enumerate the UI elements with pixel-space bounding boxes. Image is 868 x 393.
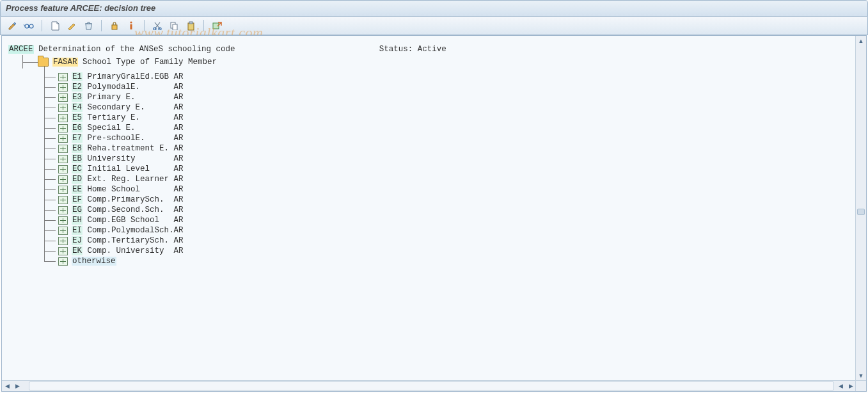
expand-icon[interactable]	[58, 227, 68, 235]
tree-item[interactable]: E5 Tertiary E. AR	[42, 113, 849, 123]
tree-folder[interactable]: FASAR School Type of Family Member	[52, 58, 217, 67]
tree-item-text: E5 Tertiary E. AR	[72, 113, 184, 122]
tree-item[interactable]: EI Comp.PolymodalSch.AR	[42, 225, 849, 236]
tree-item-text: EI Comp.PolymodalSch.AR	[72, 226, 184, 235]
status-value: Active	[418, 45, 446, 54]
svg-rect-9	[188, 23, 194, 30]
folder-description: School Type of Family Member	[83, 58, 217, 67]
tree-item[interactable]: E2 PolymodalE. AR	[42, 82, 849, 92]
tree-item[interactable]: EK Comp. University AR	[42, 246, 849, 256]
folder-icon[interactable]	[38, 58, 49, 67]
expand-icon[interactable]	[58, 93, 68, 102]
tree-item-text: EB University AR	[72, 154, 184, 163]
expand-icon[interactable]	[58, 175, 68, 184]
svg-point-3	[130, 21, 132, 23]
paste-icon[interactable]	[183, 19, 198, 33]
scroll-down-icon[interactable]: ▼	[856, 371, 866, 381]
expand-icon[interactable]	[58, 114, 68, 122]
svg-rect-4	[130, 24, 132, 29]
tree-item-text: E3 Primary E. AR	[72, 93, 184, 102]
content-area: ARCEE Determination of the ANSeS schooli…	[1, 35, 867, 392]
tree-item[interactable]: EG Comp.Second.Sch. AR	[42, 205, 849, 215]
tree-item[interactable]: E8 Reha.treatment E. AR	[42, 143, 849, 154]
tree-item-text: EC Initial Level AR	[72, 164, 184, 173]
expand-icon[interactable]	[58, 104, 68, 112]
expand-icon[interactable]	[58, 186, 68, 194]
scroll-left-icon[interactable]: ◀	[2, 381, 12, 391]
expand-icon[interactable]	[58, 196, 68, 204]
export-icon[interactable]	[209, 19, 225, 33]
svg-point-0	[25, 24, 29, 28]
tree-item[interactable]: EJ Comp.TertiarySch. AR	[42, 236, 849, 246]
tree-item[interactable]: ED Ext. Reg. Learner AR	[42, 174, 849, 184]
tree-item-text: EF Comp.PrimarySch. AR	[72, 195, 184, 204]
window-title: Process feature ARCEE: decision tree	[0, 0, 868, 17]
expand-icon[interactable]	[58, 165, 68, 173]
expand-icon[interactable]	[58, 155, 68, 163]
horizontal-scrollbar[interactable]: ◀ ▶ ◀ ▶	[2, 380, 856, 391]
expand-icon[interactable]	[58, 73, 68, 81]
scroll-left2-icon[interactable]: ◀	[835, 381, 846, 391]
expand-icon[interactable]	[58, 124, 68, 132]
scroll-up-icon[interactable]: ▲	[856, 36, 866, 46]
vertical-scrollbar[interactable]: ▲ ▼	[855, 36, 866, 381]
expand-icon[interactable]	[58, 83, 68, 92]
delete-icon[interactable]	[81, 19, 96, 33]
tree-items: E1 PrimaryGralEd.EGB ARE2 PolymodalE. AR…	[42, 72, 849, 266]
tree-item[interactable]: EB University AR	[42, 154, 849, 164]
info-icon[interactable]	[123, 19, 139, 33]
tree-item-otherwise[interactable]: otherwise	[42, 256, 849, 266]
expand-icon[interactable]	[58, 145, 68, 153]
tree-item-text: E6 Special E. AR	[72, 124, 184, 132]
scroll-right-icon[interactable]: ▶	[12, 381, 22, 391]
separator-icon	[101, 20, 102, 31]
svg-point-1	[29, 24, 33, 28]
tree-item-text: E8 Reha.treatment E. AR	[72, 144, 184, 153]
tree-item-text: EE Home School AR	[72, 185, 184, 194]
tree-root[interactable]: ARCEE Determination of the ANSeS schooli…	[8, 45, 849, 54]
scroll-corner	[855, 380, 866, 391]
glasses-icon[interactable]	[21, 19, 36, 33]
expand-icon[interactable]	[58, 247, 68, 255]
separator-icon	[42, 20, 42, 31]
tree-item[interactable]: EE Home School AR	[42, 184, 849, 195]
lock-icon[interactable]	[107, 19, 122, 33]
tree-item[interactable]: EH Comp.EGB School AR	[42, 215, 849, 225]
expand-icon[interactable]	[58, 237, 68, 245]
tree-item-text: E1 PrimaryGralEd.EGB AR	[72, 72, 184, 81]
expand-icon[interactable]	[58, 216, 68, 225]
expand-icon[interactable]	[58, 206, 68, 214]
scroll-handle[interactable]	[857, 209, 865, 215]
scroll-right2-icon[interactable]: ▶	[846, 381, 856, 391]
tree-item-text: EG Comp.Second.Sch. AR	[72, 205, 184, 214]
svg-rect-2	[112, 25, 117, 29]
cut-icon[interactable]	[150, 19, 165, 33]
toolbar	[0, 17, 868, 35]
separator-icon	[144, 20, 145, 31]
tree-item-text: EJ Comp.TertiarySch. AR	[72, 236, 184, 245]
expand-icon[interactable]	[58, 134, 68, 143]
tree-item-text: EH Comp.EGB School AR	[72, 216, 184, 225]
tree-item[interactable]: EC Initial Level AR	[42, 164, 849, 174]
edit-icon[interactable]	[4, 19, 20, 33]
new-icon[interactable]	[47, 19, 63, 33]
svg-rect-8	[173, 24, 177, 30]
tree-item[interactable]: EF Comp.PrimarySch. AR	[42, 195, 849, 205]
pencil-icon[interactable]	[64, 19, 79, 33]
tree-item-text: EK Comp. University AR	[72, 246, 184, 255]
expand-icon[interactable]	[58, 257, 68, 266]
tree-item-text: E2 PolymodalE. AR	[72, 83, 184, 92]
tree-item[interactable]: E6 Special E. AR	[42, 123, 849, 133]
tree-item-text: ED Ext. Reg. Learner AR	[72, 175, 184, 184]
tree-item-text: otherwise	[72, 257, 116, 266]
tree-item[interactable]: E1 PrimaryGralEd.EGB AR	[42, 72, 849, 82]
tree-item[interactable]: E3 Primary E. AR	[42, 92, 849, 102]
tree-item[interactable]: E4 Secondary E. AR	[42, 102, 849, 113]
tree-item-text: E7 Pre-schoolE. AR	[72, 134, 184, 143]
hscroll-track[interactable]	[29, 381, 834, 390]
tree-item[interactable]: E7 Pre-schoolE. AR	[42, 133, 849, 143]
status-label: Status:	[379, 45, 413, 54]
copy-icon[interactable]	[166, 19, 182, 33]
tree-item-text: E4 Secondary E. AR	[72, 103, 184, 112]
separator-icon	[203, 20, 204, 31]
